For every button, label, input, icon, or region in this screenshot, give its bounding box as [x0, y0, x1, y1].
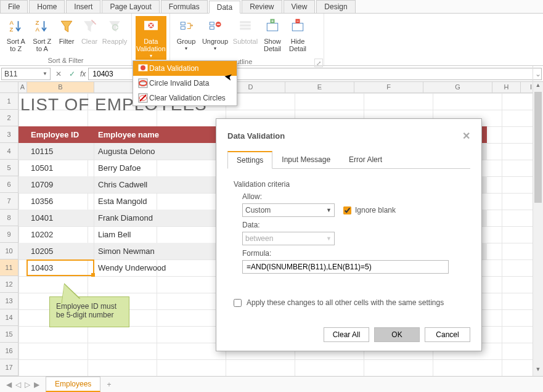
reapply-label: Reapply — [102, 38, 127, 45]
cell-employee-name[interactable]: Simon Newman — [94, 243, 216, 259]
add-sheet-button[interactable]: + — [100, 378, 117, 391]
cell-employee-id[interactable]: 10401 — [27, 210, 94, 226]
formula-bar-expand-button[interactable]: ⌄ — [533, 66, 543, 82]
cell-employee-name[interactable]: Frank Diamond — [94, 210, 216, 226]
row-header-12[interactable]: 12 — [0, 276, 18, 293]
svg-point-26 — [141, 65, 145, 70]
hide-detail-button[interactable]: Hide Detail — [286, 16, 309, 52]
row-header-9[interactable]: 9 — [0, 226, 18, 243]
row-header-1[interactable]: 1 — [0, 93, 18, 110]
ignore-blank-label: Ignore blank — [355, 206, 396, 214]
dialog-close-button[interactable]: ✕ — [462, 130, 470, 142]
tab-error-alert[interactable]: Error Alert — [340, 151, 391, 169]
cell-employee-id[interactable]: 10115 — [27, 143, 94, 160]
ribbon-tab-file[interactable]: File — [0, 0, 28, 13]
name-box[interactable]: B11 ▼ — [1, 68, 51, 80]
row-header-10[interactable]: 10 — [0, 243, 18, 259]
cell-employee-name[interactable]: Berry Dafoe — [94, 160, 216, 176]
row-header-4[interactable]: 4 — [0, 143, 18, 160]
validation-callout: Employee ID must be 5-digit number — [49, 296, 129, 327]
cell-employee-id[interactable]: 10501 — [27, 160, 94, 176]
select-all-corner[interactable] — [0, 82, 18, 93]
svg-rect-12 — [210, 27, 214, 29]
data-select: between ▼ — [242, 232, 335, 245]
cell-employee-name[interactable]: Liam Bell — [94, 226, 216, 243]
tab-input-message[interactable]: Input Message — [272, 151, 340, 169]
menu-item-circle-invalid[interactable]: Circle Invalid Data — [133, 76, 237, 91]
menu-item-data-validation[interactable]: Data Validation — [133, 61, 237, 76]
ribbon-tab-data[interactable]: Data — [209, 1, 240, 14]
col-header-F[interactable]: F — [354, 82, 423, 93]
row-header-3[interactable]: 3 — [0, 126, 18, 143]
cell-employee-id[interactable]: 10709 — [27, 176, 94, 193]
sheet-nav-last-icon[interactable]: ▶ — [34, 380, 39, 389]
vertical-scrollbar[interactable]: ▲ ▼ — [533, 82, 543, 376]
tab-settings[interactable]: Settings — [227, 151, 272, 169]
sheet-nav-first-icon[interactable]: ◀ — [6, 380, 12, 389]
cell-employee-id[interactable]: 10356 — [27, 193, 94, 210]
ribbon-tab-formulas[interactable]: Formulas — [161, 0, 208, 13]
row-header-5[interactable]: 5 — [0, 160, 18, 176]
row-header-14[interactable]: 14 — [0, 309, 18, 326]
row-header-15[interactable]: 15 — [0, 326, 18, 343]
formula-enter-button[interactable]: ✓ — [67, 70, 78, 78]
data-validation-label: Data Validation — [136, 38, 166, 52]
cell-employee-id[interactable]: 10403 — [27, 259, 94, 276]
cell-employee-id[interactable]: 10202 — [27, 226, 94, 243]
formula-input[interactable] — [242, 260, 449, 274]
col-header-G[interactable]: G — [423, 82, 492, 93]
col-header-E[interactable]: E — [285, 82, 354, 93]
data-validation-button[interactable]: Data Validation ▾ — [136, 16, 166, 60]
cell-employee-name[interactable]: Augusta Delono — [94, 143, 216, 160]
col-header-B[interactable]: B — [27, 82, 94, 93]
cell-employee-name[interactable]: Esta Mangold — [94, 193, 216, 210]
scroll-down-arrow-icon[interactable]: ▼ — [533, 366, 543, 376]
ribbon-tab-view[interactable]: View — [284, 0, 316, 13]
scrollbar-thumb[interactable] — [534, 92, 542, 203]
cell-employee-id[interactable]: 10205 — [27, 243, 94, 259]
filter-label: Filter — [59, 38, 74, 45]
cell-employee-name[interactable]: Chris Cadwell — [94, 176, 216, 193]
outline-expand-button[interactable]: ⤢ — [314, 59, 323, 67]
ribbon-tab-insert[interactable]: Insert — [66, 0, 100, 13]
sheet-nav-prev-icon[interactable]: ◁ — [15, 380, 21, 389]
clear-all-button[interactable]: Clear All — [324, 327, 369, 342]
filter-button[interactable]: Filter — [56, 16, 77, 52]
sort-z-to-a-button[interactable]: ZA Sort Z to A — [30, 16, 55, 52]
ribbon-tab-page-layout[interactable]: Page Layout — [102, 0, 159, 13]
scroll-up-arrow-icon[interactable]: ▲ — [533, 82, 543, 92]
sort-a-to-z-button[interactable]: AZ Sort A to Z — [4, 16, 28, 52]
dialog-tabs: Settings Input Message Error Alert — [227, 150, 470, 169]
ribbon-tab-home[interactable]: Home — [29, 0, 65, 13]
fx-icon[interactable]: fx — [80, 70, 86, 78]
sheet-nav-next-icon[interactable]: ▷ — [25, 380, 30, 389]
allow-select[interactable]: Custom ▼ — [242, 203, 335, 217]
row-header-13[interactable]: 13 — [0, 293, 18, 309]
row-header-11[interactable]: 11 — [0, 259, 18, 276]
row-header-16[interactable]: 16 — [0, 343, 18, 359]
clear-circles-icon — [137, 93, 149, 103]
cancel-button[interactable]: Cancel — [425, 327, 470, 342]
ok-button[interactable]: OK — [374, 327, 420, 342]
group-button[interactable]: Group ▾ — [174, 16, 198, 52]
row-header-2[interactable]: 2 — [0, 110, 18, 126]
apply-changes-checkbox[interactable] — [234, 299, 242, 307]
cell-employee-name[interactable]: Wendy Underwood — [94, 259, 216, 276]
show-detail-button[interactable]: Show Detail — [261, 16, 284, 52]
row-header-17[interactable]: 17 — [0, 359, 18, 376]
row-header-6[interactable]: 6 — [0, 176, 18, 193]
row-header-8[interactable]: 8 — [0, 210, 18, 226]
col-header-A[interactable]: A — [18, 82, 27, 93]
col-header-H[interactable]: H — [492, 82, 521, 93]
menu-item-clear-circles[interactable]: Clear Validation Circles — [133, 91, 237, 105]
svg-rect-16 — [240, 25, 251, 27]
row-header-7[interactable]: 7 — [0, 193, 18, 210]
sheet-tab-employees[interactable]: Employees — [46, 377, 100, 392]
ribbon-tab-review[interactable]: Review — [242, 0, 282, 13]
ribbon-tab-design[interactable]: Design — [316, 0, 355, 13]
ignore-blank-checkbox[interactable]: Ignore blank — [343, 206, 396, 214]
hide-detail-label: Hide Detail — [287, 38, 309, 52]
formula-cancel-button[interactable]: ✕ — [53, 70, 64, 78]
ungroup-button[interactable]: Ungroup ▾ — [200, 16, 230, 52]
ignore-blank-input[interactable] — [343, 206, 351, 214]
